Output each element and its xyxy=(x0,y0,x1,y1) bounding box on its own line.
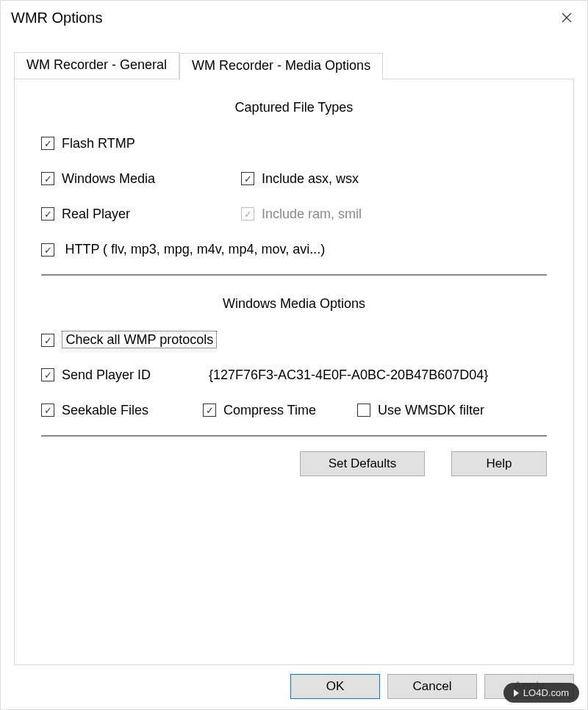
options-window: WMR Options WM Recorder - General WM Rec… xyxy=(0,0,588,710)
watermark-text: LO4D.com xyxy=(523,687,569,698)
titlebar: WMR Options xyxy=(1,1,587,35)
section-title-filetypes: Captured File Types xyxy=(41,100,547,115)
checkbox-real-player[interactable] xyxy=(41,207,54,220)
label-wmsdk-filter: Use WMSDK filter xyxy=(378,403,484,418)
label-real-player: Real Player xyxy=(62,207,130,222)
close-icon xyxy=(562,12,572,23)
player-id-value: {127F76F3-AC31-4E0F-A0BC-20B47B607D04} xyxy=(209,367,488,383)
checkbox-include-asx[interactable] xyxy=(241,172,254,185)
checkbox-compress-time[interactable] xyxy=(203,404,216,417)
tab-media-options[interactable]: WM Recorder - Media Options xyxy=(179,53,383,80)
set-defaults-button[interactable]: Set Defaults xyxy=(300,451,425,476)
checkbox-send-player-id[interactable] xyxy=(41,368,54,381)
tab-panel-media: Captured File Types Flash RTMP Windows M… xyxy=(14,79,574,665)
tab-row: WM Recorder - General WM Recorder - Medi… xyxy=(14,51,574,79)
separator-1 xyxy=(41,274,547,276)
checkbox-http[interactable] xyxy=(41,243,54,257)
separator-2 xyxy=(41,435,547,437)
checkbox-windows-media[interactable] xyxy=(41,172,54,185)
window-title: WMR Options xyxy=(11,10,102,26)
checkbox-flash-rtmp[interactable] xyxy=(41,137,54,150)
checkbox-wmsdk-filter[interactable] xyxy=(357,404,370,417)
help-button[interactable]: Help xyxy=(451,451,547,476)
section-title-wmo: Windows Media Options xyxy=(41,296,547,312)
checkbox-include-ram xyxy=(241,207,254,220)
panel-buttons: Set Defaults Help xyxy=(41,451,547,476)
label-seekable-files: Seekable Files xyxy=(62,403,148,418)
label-windows-media: Windows Media xyxy=(62,171,155,187)
tab-general[interactable]: WM Recorder - General xyxy=(14,52,179,79)
label-http: HTTP ( flv, mp3, mpg, m4v, mp4, mov, avi… xyxy=(65,242,325,257)
label-send-player-id: Send Player ID xyxy=(62,367,151,383)
label-flash-rtmp: Flash RTMP xyxy=(62,136,135,151)
ok-button[interactable]: OK xyxy=(290,674,380,699)
label-check-all-wmp: Check all WMP protocols xyxy=(62,331,217,348)
watermark: LO4D.com xyxy=(503,683,579,703)
play-icon xyxy=(514,689,519,697)
checkbox-check-all-wmp[interactable] xyxy=(41,334,54,347)
close-button[interactable] xyxy=(556,7,577,28)
tabs-area: WM Recorder - General WM Recorder - Medi… xyxy=(1,35,587,665)
cancel-button[interactable]: Cancel xyxy=(387,674,477,699)
label-include-asx: Include asx, wsx xyxy=(262,171,359,187)
dialog-buttons: OK Cancel Apply xyxy=(1,665,587,709)
label-compress-time: Compress Time xyxy=(223,403,316,418)
label-include-ram: Include ram, smil xyxy=(262,207,362,222)
checkbox-seekable-files[interactable] xyxy=(41,404,54,417)
